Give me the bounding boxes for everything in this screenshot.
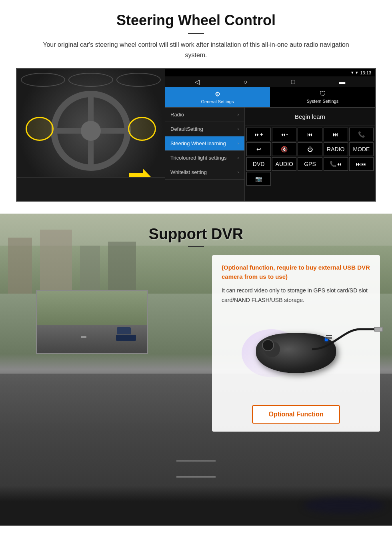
circle-right: [128, 117, 156, 141]
dvr-info-card: (Optional function, require to buy exter…: [212, 255, 380, 432]
dvr-title: Support DVR: [0, 226, 392, 243]
steering-wheel-ring: [51, 91, 131, 171]
menu-whitelist-label: Whitelist setting: [170, 169, 207, 175]
vol-up-icon: ⏭+: [254, 131, 263, 138]
android-tabs: ⚙ General Settings 🛡 System Settings: [165, 87, 375, 108]
power-icon: ⏻: [307, 146, 313, 152]
menu-item-default[interactable]: DefaultSetting ›: [165, 122, 244, 136]
ctrl-tel-prev[interactable]: 📞⏮: [324, 157, 348, 171]
signal-icon: ▾: [351, 70, 354, 75]
gps-label: GPS: [304, 161, 316, 167]
ctrl-prev[interactable]: ⏮: [298, 128, 322, 141]
car-dashboard: [17, 177, 165, 201]
begin-learn-row: Begin learn: [245, 108, 375, 126]
ctrl-mute[interactable]: 🔇: [272, 142, 296, 156]
mute-icon: 🔇: [281, 146, 288, 152]
menu-radio-label: Radio: [170, 112, 184, 118]
title-divider: [188, 33, 204, 34]
optional-button-container: Optional Function: [222, 405, 370, 424]
ctrl-back[interactable]: ↩: [246, 142, 271, 156]
menu-item-whitelist[interactable]: Whitelist setting ›: [165, 165, 244, 180]
general-settings-icon: ⚙: [215, 90, 220, 98]
android-mockup: ▾ ▾ 13:13 ◁ ○ □ ▬ ⚙ General Settings 🛡 S…: [16, 68, 376, 202]
next-icon: ⏭: [333, 131, 338, 138]
ctrl-call[interactable]: 📞: [349, 128, 374, 141]
tab-general-settings[interactable]: ⚙ General Settings: [165, 87, 270, 107]
skip-icon: ⏭⏭: [356, 161, 367, 167]
ctrl-gps[interactable]: GPS: [298, 157, 322, 171]
dvr-cable-svg: [312, 325, 384, 373]
steering-wheel-section: Steering Wheel Control Your original car…: [0, 0, 392, 210]
svg-rect-1: [375, 328, 382, 331]
recents-nav-icon[interactable]: □: [291, 78, 295, 86]
chevron-tricoloured: ›: [238, 156, 239, 160]
radio-label: RADIO: [327, 146, 344, 152]
steering-bg: [17, 69, 165, 201]
android-menu: Radio › DefaultSetting › Steering Wheel …: [165, 108, 245, 201]
dvr-preview-thumbnail: [36, 290, 148, 354]
dvr-left-area: [12, 255, 204, 438]
dvr-section: Support DVR (Optional function,: [0, 214, 392, 526]
ctrl-skip[interactable]: ⏭⏭: [349, 157, 374, 171]
android-content: Radio › DefaultSetting › Steering Wheel …: [165, 108, 375, 201]
ctrl-dvd[interactable]: DVD: [246, 157, 271, 171]
wheel-center: [81, 121, 101, 141]
dvr-device-area: [222, 309, 370, 397]
ctrl-radio[interactable]: RADIO: [324, 142, 348, 156]
chevron-radio: ›: [238, 112, 239, 117]
ctrl-vol-up[interactable]: ⏭+: [246, 128, 271, 141]
dvr-content: (Optional function, require to buy exter…: [12, 255, 380, 438]
circle-left: [26, 117, 54, 141]
chevron-whitelist: ›: [238, 170, 239, 174]
menu-default-label: DefaultSetting: [170, 126, 203, 132]
ctrl-camera[interactable]: 📷: [246, 172, 271, 186]
status-time: 13:13: [360, 70, 371, 75]
chevron-steering: ›: [238, 141, 239, 146]
android-statusbar: ▾ ▾ 13:13: [165, 69, 375, 76]
tab-general-label: General Settings: [201, 99, 234, 104]
menu-item-steering[interactable]: Steering Wheel learning ›: [165, 136, 244, 151]
dvr-title-area: Support DVR: [0, 214, 392, 255]
optional-function-button[interactable]: Optional Function: [252, 405, 340, 424]
dvr-right-area: (Optional function, require to buy exter…: [212, 255, 380, 438]
wifi-icon: ▾: [356, 70, 358, 75]
menu-nav-icon[interactable]: ▬: [339, 78, 345, 86]
tab-system-settings[interactable]: 🛡 System Settings: [270, 87, 375, 107]
steering-wheel-photo: [17, 69, 165, 201]
ctrl-mode[interactable]: MODE: [349, 142, 374, 156]
android-main-area: Begin learn ⏭+ ⏮- ⏮ ⏭ 📞 ↩ 🔇 ⏻ RADIO MODE: [245, 108, 375, 201]
back-icon: ↩: [256, 146, 261, 152]
home-nav-icon[interactable]: ○: [243, 78, 247, 86]
android-panel: ▾ ▾ 13:13 ◁ ○ □ ▬ ⚙ General Settings 🛡 S…: [165, 69, 375, 201]
menu-steering-label: Steering Wheel learning: [170, 140, 226, 146]
menu-tricoloured-label: Tricoloured light settings: [170, 155, 226, 161]
ctrl-next[interactable]: ⏭: [324, 128, 348, 141]
menu-item-tricoloured[interactable]: Tricoloured light settings ›: [165, 151, 244, 165]
mode-label: MODE: [353, 146, 370, 152]
chevron-default: ›: [238, 127, 239, 131]
android-nav-bar: ◁ ○ □ ▬: [165, 76, 375, 87]
steering-title: Steering Wheel Control: [16, 12, 376, 29]
menu-item-radio[interactable]: Radio ›: [165, 108, 244, 122]
tab-system-label: System Settings: [307, 99, 338, 104]
tel-prev-icon: 📞⏮: [330, 161, 342, 167]
call-icon: 📞: [358, 131, 365, 138]
ctrl-audio[interactable]: AUDIO: [272, 157, 296, 171]
dvr-optional-text: (Optional function, require to buy exter…: [222, 263, 370, 281]
ctrl-vol-down[interactable]: ⏮-: [272, 128, 296, 141]
dvd-label: DVD: [253, 161, 265, 167]
dvr-description: It can record video only to storage in G…: [222, 286, 370, 305]
dvr-divider: [188, 246, 204, 247]
camera-icon: 📷: [255, 176, 262, 182]
back-nav-icon[interactable]: ◁: [195, 78, 200, 86]
audio-label: AUDIO: [276, 161, 293, 167]
control-buttons-grid: ⏭+ ⏮- ⏮ ⏭ 📞 ↩ 🔇 ⏻ RADIO MODE DVD AUDIO G…: [245, 126, 375, 187]
ctrl-power[interactable]: ⏻: [298, 142, 322, 156]
thumbnail-image: [37, 291, 147, 353]
prev-icon: ⏮: [307, 131, 313, 138]
system-settings-icon: 🛡: [320, 90, 326, 98]
vol-down-icon: ⏮-: [280, 131, 288, 138]
steering-description: Your original car's steering wheel contr…: [32, 40, 360, 60]
begin-learn-button[interactable]: Begin learn: [287, 111, 333, 122]
